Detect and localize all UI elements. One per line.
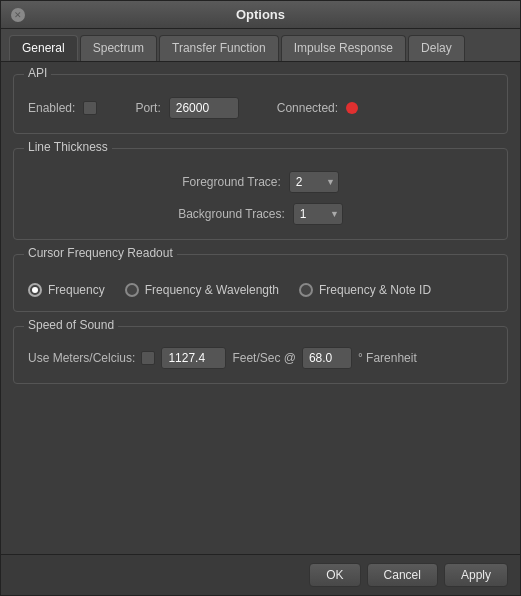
radio-freq-note-label: Frequency & Note ID [319,283,431,297]
use-meters-label: Use Meters/Celcius: [28,351,135,365]
radio-freq-wavelength[interactable] [125,283,139,297]
tab-impulse-response[interactable]: Impulse Response [281,35,406,61]
foreground-trace-select[interactable]: 1 2 3 4 [289,171,339,193]
line-thickness-section: Line Thickness Foreground Trace: 1 2 3 4… [13,148,508,240]
use-meters-checkbox[interactable] [141,351,155,365]
footer: OK Cancel Apply [1,554,520,595]
temp-input[interactable] [302,347,352,369]
connected-indicator [346,102,358,114]
tab-bar: General Spectrum Transfer Function Impul… [1,29,520,62]
cursor-freq-label: Cursor Frequency Readout [24,246,177,260]
window-title: Options [236,7,285,22]
foreground-trace-label: Foreground Trace: [182,175,281,189]
tab-spectrum[interactable]: Spectrum [80,35,157,61]
feet-sec-label: Feet/Sec @ [232,351,296,365]
radio-frequency-label: Frequency [48,283,105,297]
background-traces-select-wrap: 1 2 3 4 ▼ [293,203,343,225]
api-section: API Enabled: Port: Connected: [13,74,508,134]
speed-of-sound-section: Speed of Sound Use Meters/Celcius: Feet/… [13,326,508,384]
background-traces-select[interactable]: 1 2 3 4 [293,203,343,225]
cancel-button[interactable]: Cancel [367,563,438,587]
apply-button[interactable]: Apply [444,563,508,587]
tab-content: API Enabled: Port: Connected: Line Thick… [1,62,520,554]
speed-of-sound-label: Speed of Sound [24,318,118,332]
api-enabled-checkbox[interactable] [83,101,97,115]
api-section-label: API [24,66,51,80]
radio-freq-note[interactable] [299,283,313,297]
radio-frequency[interactable] [28,283,42,297]
farenheit-label: ° Farenheit [358,351,417,365]
ok-button[interactable]: OK [309,563,360,587]
line-thickness-label: Line Thickness [24,140,112,154]
tab-delay[interactable]: Delay [408,35,465,61]
radio-frequency-row: Frequency [28,283,105,297]
background-traces-label: Background Traces: [178,207,285,221]
close-button[interactable]: ✕ [11,8,25,22]
enabled-label: Enabled: [28,101,75,115]
radio-freq-note-row: Frequency & Note ID [299,283,431,297]
connected-label: Connected: [277,101,338,115]
port-label: Port: [135,101,160,115]
radio-freq-wavelength-row: Frequency & Wavelength [125,283,279,297]
titlebar: ✕ Options [1,1,520,29]
radio-freq-wavelength-label: Frequency & Wavelength [145,283,279,297]
cursor-freq-section: Cursor Frequency Readout Frequency Frequ… [13,254,508,312]
options-window: ✕ Options General Spectrum Transfer Func… [0,0,521,596]
foreground-trace-select-wrap: 1 2 3 4 ▼ [289,171,339,193]
tab-transfer-function[interactable]: Transfer Function [159,35,279,61]
speed-input[interactable] [161,347,226,369]
tab-general[interactable]: General [9,35,78,61]
port-input[interactable] [169,97,239,119]
